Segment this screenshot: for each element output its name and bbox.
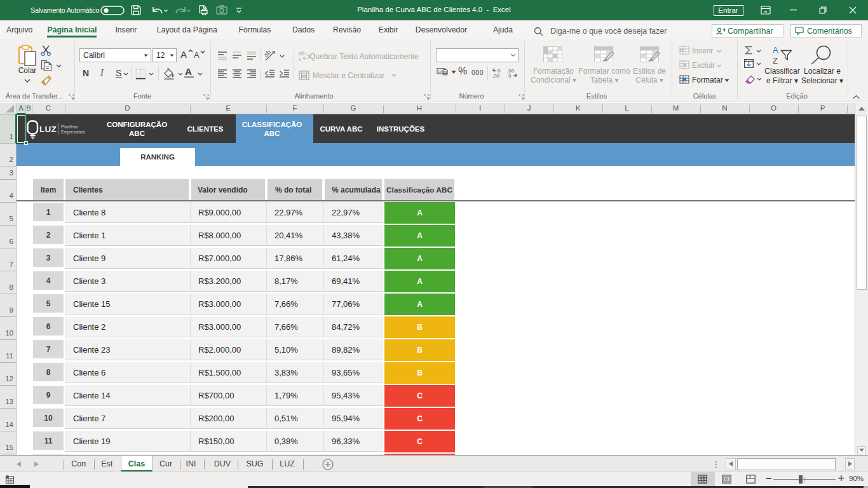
svg-text:Z: Z <box>773 56 778 65</box>
svg-text:,00: ,00 <box>492 73 500 79</box>
svg-text:0: 0 <box>508 73 512 79</box>
svg-text:cr: cr <box>438 69 443 74</box>
svg-text:A: A <box>773 45 778 55</box>
